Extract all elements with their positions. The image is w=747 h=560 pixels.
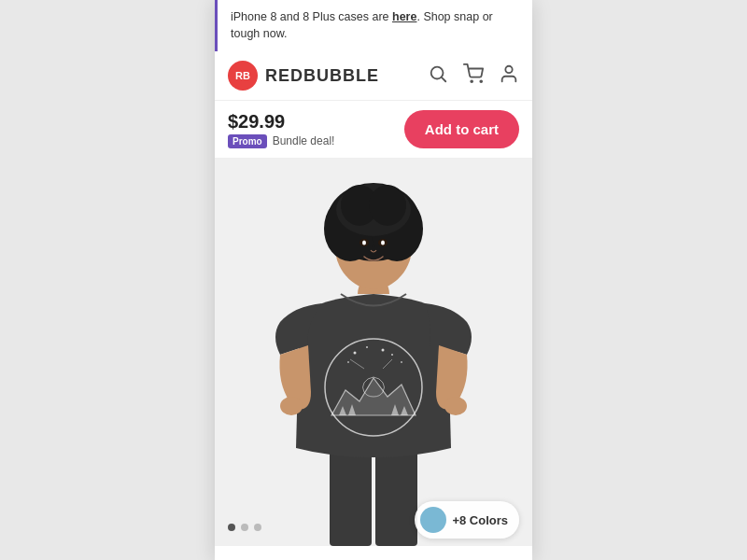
svg-point-10: [366, 346, 368, 348]
dot-3[interactable]: [254, 524, 261, 531]
notification-link[interactable]: here: [392, 10, 416, 23]
svg-point-2: [471, 80, 472, 82]
product-image-area: +8 Colors: [215, 159, 532, 546]
cart-icon[interactable]: [463, 63, 484, 89]
header: RB REDBUBBLE: [215, 51, 532, 101]
notification-text-before: iPhone 8 and 8 Plus cases are: [231, 10, 392, 23]
price-section: $29.99 Promo Bundle deal!: [228, 111, 404, 148]
bundle-text: Bundle deal!: [273, 134, 335, 147]
colors-button[interactable]: +8 Colors: [415, 501, 519, 539]
dot-1[interactable]: [228, 524, 235, 531]
svg-point-27: [381, 241, 385, 245]
svg-line-1: [442, 77, 445, 81]
svg-point-12: [391, 354, 393, 356]
dot-2[interactable]: [241, 524, 248, 531]
logo-icon[interactable]: RB: [228, 61, 258, 91]
svg-point-11: [382, 349, 385, 352]
logo-initials: RB: [235, 70, 250, 81]
color-swatch: [420, 507, 446, 533]
pagination-dots: [228, 524, 261, 531]
colors-label: +8 Colors: [452, 513, 508, 527]
svg-point-4: [505, 65, 512, 72]
svg-point-9: [354, 352, 357, 355]
svg-point-13: [347, 361, 349, 363]
search-icon[interactable]: [428, 63, 448, 89]
notification-banner: iPhone 8 and 8 Plus cases are here. Shop…: [215, 0, 532, 51]
promo-badge: Promo: [228, 134, 267, 148]
svg-point-28: [280, 397, 303, 415]
svg-point-29: [444, 397, 467, 415]
logo-area: RB REDBUBBLE: [228, 61, 428, 91]
promo-row: Promo Bundle deal!: [228, 134, 404, 148]
svg-point-14: [401, 361, 402, 363]
svg-point-3: [480, 80, 482, 82]
product-svg: [229, 159, 518, 546]
model-figure: [215, 159, 532, 546]
header-icons: [428, 63, 519, 89]
svg-point-23: [369, 185, 406, 226]
price-bar: $29.99 Promo Bundle deal! Add to cart: [215, 101, 532, 159]
logo-text[interactable]: REDBUBBLE: [265, 66, 379, 86]
phone-container: iPhone 8 and 8 Plus cases are here. Shop…: [215, 0, 532, 560]
svg-point-26: [362, 241, 366, 245]
price-amount: $29.99: [228, 111, 404, 133]
user-icon[interactable]: [499, 63, 519, 89]
add-to-cart-button[interactable]: Add to cart: [404, 110, 519, 148]
